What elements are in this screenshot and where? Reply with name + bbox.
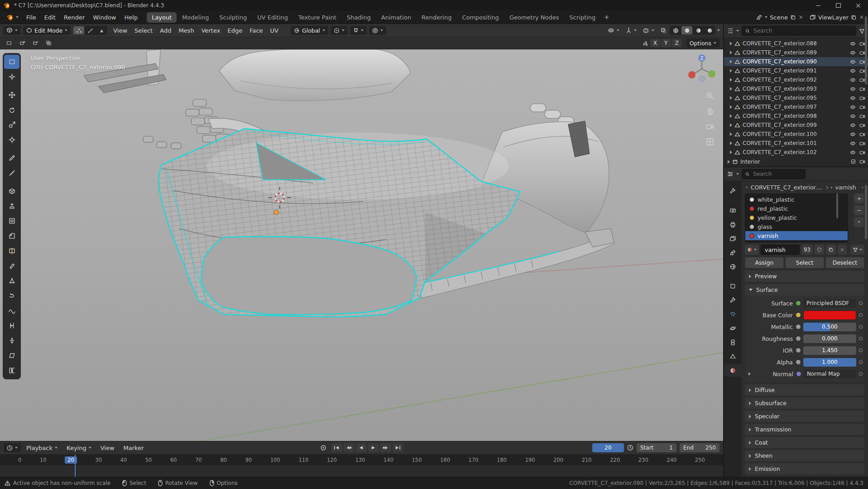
properties-scrollbar[interactable]: [865, 185, 867, 239]
rip-region-tool[interactable]: [4, 363, 19, 378]
browse-material-button[interactable]: [745, 245, 759, 255]
workspace-tab[interactable]: Layout: [147, 12, 177, 23]
viewlayer-name[interactable]: ViewLayer: [818, 14, 849, 21]
hide-viewport-eye-icon[interactable]: [850, 132, 856, 137]
marker-menu[interactable]: Marker: [120, 444, 148, 452]
menu-item[interactable]: File: [22, 13, 40, 22]
tab-material[interactable]: [724, 364, 741, 377]
timer-icon[interactable]: [627, 445, 633, 451]
select-set-subtract-button[interactable]: [30, 39, 41, 47]
poly-build-tool[interactable]: [4, 274, 19, 288]
gizmo-y-handle[interactable]: [708, 70, 715, 77]
mirror-y-toggle[interactable]: Y: [661, 39, 671, 47]
animate-dot-icon[interactable]: [859, 349, 863, 352]
disable-render-camera-icon[interactable]: [859, 96, 865, 101]
outliner-scrollbar[interactable]: [865, 16, 867, 84]
select-set-new-button[interactable]: [4, 39, 14, 47]
section-header[interactable]: Transmission: [745, 424, 864, 435]
play-reverse-button[interactable]: [356, 443, 367, 452]
ortho-grid-icon[interactable]: [705, 137, 715, 146]
outliner-row[interactable]: CORVETTE_C7_exterior.093: [724, 84, 868, 93]
animate-dot-icon[interactable]: [859, 325, 863, 329]
maximize-button[interactable]: [828, 0, 848, 11]
deselect-button[interactable]: Deselect: [825, 257, 864, 268]
outliner-search[interactable]: [742, 26, 856, 36]
pivot-point-selector[interactable]: [331, 26, 348, 35]
rendered-shading-button[interactable]: [704, 26, 715, 34]
play-button[interactable]: [368, 443, 379, 452]
exclude-checkbox-icon[interactable]: [851, 159, 856, 164]
expand-icon[interactable]: [730, 132, 732, 136]
add-slot-button[interactable]: [854, 194, 864, 203]
outliner-row[interactable]: CORVETTE_C7_exterior.089: [724, 48, 868, 57]
workspace-tab[interactable]: Texture Paint: [293, 12, 341, 23]
material-shading-button[interactable]: [693, 26, 704, 34]
workspace-tab[interactable]: Modeling: [177, 12, 214, 23]
breadcrumb-object[interactable]: CORVETTE_C7_exterior....: [751, 184, 823, 191]
fake-user-button[interactable]: [815, 245, 824, 255]
expand-icon[interactable]: [730, 150, 732, 154]
tab-output[interactable]: [725, 218, 740, 231]
surface-section-header[interactable]: Surface: [745, 284, 864, 295]
workspace-tab[interactable]: UV Editing: [252, 12, 293, 23]
expand-icon[interactable]: [748, 372, 751, 376]
smooth-tool[interactable]: [4, 304, 19, 318]
xray-toggle[interactable]: [657, 26, 670, 35]
new-material-button[interactable]: [826, 245, 836, 255]
material-slot-row[interactable]: varnish: [745, 231, 848, 240]
jump-to-end-button[interactable]: [393, 443, 403, 452]
box-select-tool[interactable]: [4, 55, 19, 69]
outliner-row[interactable]: CORVETTE_C7_exterior.097: [724, 102, 868, 111]
options-dropdown[interactable]: Options: [686, 39, 719, 48]
close-button[interactable]: [848, 0, 868, 11]
view-menu[interactable]: View: [97, 444, 118, 452]
material-slot-row[interactable]: glass: [745, 222, 848, 231]
material-name-field[interactable]: varnish: [761, 245, 800, 255]
viewport-menu-item[interactable]: Edge: [224, 26, 246, 35]
menu-item[interactable]: Window: [89, 13, 120, 22]
remove-viewlayer-icon[interactable]: [859, 15, 864, 20]
new-scene-icon[interactable]: [790, 15, 796, 20]
menu-item[interactable]: Render: [60, 13, 89, 22]
knife-tool[interactable]: [4, 259, 19, 273]
expand-icon[interactable]: [730, 141, 732, 145]
blender-menu-button[interactable]: [4, 13, 22, 22]
animate-dot-icon[interactable]: [859, 301, 863, 305]
collection-row[interactable]: Interior: [724, 157, 868, 166]
timeline-track[interactable]: [0, 465, 723, 477]
camera-view-icon[interactable]: [705, 122, 715, 131]
measure-tool[interactable]: [4, 166, 19, 180]
outliner-row[interactable]: CORVETTE_C7_exterior.091: [724, 66, 868, 75]
cursor-tool[interactable]: [4, 70, 19, 84]
workspace-tab[interactable]: Sculpting: [214, 12, 252, 23]
tab-constraints[interactable]: [725, 336, 740, 349]
unlink-material-button[interactable]: [838, 245, 847, 255]
hide-viewport-eye-icon[interactable]: [850, 59, 856, 64]
hide-viewport-eye-icon[interactable]: [850, 41, 856, 46]
viewport-menu-item[interactable]: Mesh: [175, 26, 197, 35]
caret-down-icon[interactable]: [765, 16, 767, 18]
disable-render-camera-icon[interactable]: [859, 123, 865, 128]
breadcrumb-material[interactable]: varnish: [835, 184, 856, 191]
menu-item[interactable]: Edit: [40, 13, 60, 22]
prev-keyframe-button[interactable]: [344, 443, 355, 452]
outliner-row[interactable]: CORVETTE_C7_exterior.092: [724, 75, 868, 84]
remove-slot-button[interactable]: [854, 205, 864, 215]
material-slot-row[interactable]: white_plastic: [745, 195, 848, 204]
expand-icon[interactable]: [730, 51, 732, 54]
overlays-dropdown[interactable]: [640, 26, 657, 35]
face-select-button[interactable]: [96, 26, 107, 34]
hide-viewport-eye-icon[interactable]: [850, 114, 856, 119]
tab-render[interactable]: [725, 204, 740, 217]
workspace-tab[interactable]: Compositing: [457, 12, 504, 23]
roughness-slider[interactable]: 0.000: [803, 334, 856, 343]
wireframe-shading-button[interactable]: [670, 26, 681, 34]
metallic-slider[interactable]: 0.500: [803, 323, 856, 331]
viewport-menu-item[interactable]: Vertex: [198, 26, 224, 35]
visibility-dropdown[interactable]: [604, 26, 623, 35]
disable-render-camera-icon[interactable]: [859, 150, 865, 155]
outliner-editor-icon[interactable]: [727, 28, 734, 34]
disable-render-camera-icon[interactable]: [859, 132, 865, 137]
viewport-canvas[interactable]: User Perspective (20) CORVETTE_C7_exteri…: [0, 49, 723, 441]
expand-icon[interactable]: [730, 96, 732, 100]
